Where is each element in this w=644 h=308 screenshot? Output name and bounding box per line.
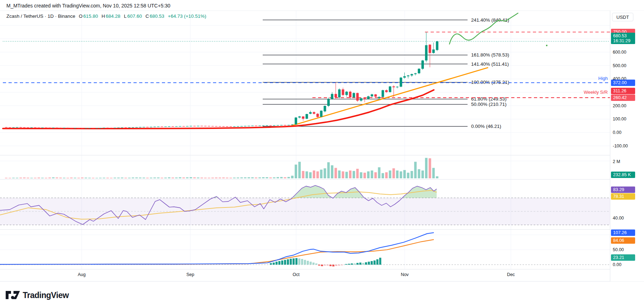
candle-body — [229, 126, 232, 127]
candle-body — [219, 126, 221, 126]
volume-bar — [269, 178, 272, 178]
candle-body — [258, 126, 261, 126]
symbol-legend[interactable]: Zcash / TetherUS · 1D · BinanceO615.80H6… — [6, 13, 207, 19]
volume-bar — [327, 162, 330, 178]
volume-bar — [425, 158, 427, 178]
oscillator-histogram-bar — [354, 264, 356, 265]
oscillator-histogram-bar — [290, 259, 292, 265]
price-axis-label: 23.21 — [611, 254, 635, 261]
volume-bar — [84, 178, 87, 178]
candle-body — [164, 126, 167, 127]
candle-body — [342, 90, 344, 95]
oscillator-histogram-bar — [270, 263, 272, 265]
candle-body — [103, 128, 105, 128]
candle-body — [360, 98, 362, 101]
volume-bar — [432, 168, 435, 178]
price-tick: 2 M — [613, 159, 620, 164]
fib-level-label[interactable]: 50.00% (210.71) — [471, 102, 507, 107]
volume-bar — [95, 178, 98, 178]
ohlc-value: L607.60 — [124, 13, 143, 19]
candle-body — [107, 128, 109, 128]
volume-bar — [114, 178, 116, 178]
tradingview-logo-icon — [6, 291, 20, 300]
fib-level-label[interactable]: 241.40% (840.41) — [471, 17, 509, 23]
volume-bar — [255, 178, 257, 178]
fib-level-label[interactable]: 100.00% (375.21) — [471, 80, 509, 85]
volume-bar — [226, 178, 228, 178]
volume-bar — [20, 178, 22, 178]
oscillator-histogram-bar — [315, 264, 317, 265]
fib-level-label[interactable]: 61.80% (249.53) — [471, 96, 507, 102]
candle-body — [63, 128, 65, 128]
chart-canvas[interactable]: 241.40% (840.41)161.80% (578.53)141.40% … — [0, 0, 644, 308]
candle-body — [114, 128, 116, 128]
candle-body — [30, 128, 33, 128]
volume-bar — [153, 178, 156, 178]
oscillator-histogram-bar — [324, 265, 326, 266]
candle-body — [186, 126, 189, 126]
candle-body — [284, 125, 286, 125]
volume-bar — [125, 178, 127, 178]
volume-bar — [164, 178, 167, 178]
candle-body — [204, 126, 207, 126]
candle-body — [353, 93, 355, 97]
oscillator-histogram-bar — [345, 264, 347, 265]
oscillator-histogram-bar — [356, 263, 359, 265]
fib-level-label[interactable]: 161.80% (578.53) — [471, 52, 509, 58]
candle-body — [313, 112, 315, 114]
candle-body — [237, 126, 239, 126]
oscillator-histogram-bar — [275, 262, 278, 265]
price-axis-label: 232.85 K — [611, 172, 635, 178]
price-tick: 500.00 — [613, 63, 626, 68]
tradingview-logo[interactable]: TradingView — [6, 291, 69, 300]
volume-bar — [59, 178, 62, 178]
volume-bar — [211, 178, 214, 178]
volume-bar — [38, 178, 40, 178]
volume-bar — [77, 178, 80, 178]
candle-body — [132, 127, 134, 128]
candle-body — [306, 114, 308, 119]
candle-body — [222, 126, 225, 127]
candle-body — [269, 125, 272, 126]
oscillator-histogram-bar — [298, 258, 300, 265]
volume-bar — [240, 177, 243, 178]
volume-bar — [132, 178, 134, 178]
candle-body — [349, 92, 351, 97]
volume-bar — [92, 178, 94, 179]
volume-bar — [48, 178, 51, 178]
candle-body — [139, 127, 141, 128]
volume-bar — [436, 176, 438, 178]
background — [0, 0, 644, 308]
volume-bar — [179, 177, 181, 178]
volume-bar — [334, 168, 337, 178]
volume-bar — [201, 178, 203, 178]
volume-bar — [378, 167, 381, 178]
currency-button[interactable]: USDT — [612, 13, 633, 21]
oscillator-histogram-bar — [301, 259, 303, 265]
oscillator-histogram-bar — [373, 260, 376, 265]
candle-body — [208, 126, 210, 126]
candle-body — [288, 125, 290, 125]
candle-body — [81, 128, 83, 129]
candle-body — [110, 128, 113, 128]
candle-body — [190, 126, 192, 126]
oscillator-histogram-bar — [335, 265, 337, 266]
candle-body — [378, 97, 381, 98]
candle-body — [175, 126, 178, 127]
ohlc-value: O615.80 — [79, 13, 99, 19]
volume-bar — [400, 171, 402, 178]
candle-body — [382, 90, 384, 97]
volume-bar — [23, 178, 26, 178]
candle-body — [12, 127, 15, 128]
candle-body — [128, 128, 131, 128]
oscillator-histogram-bar — [341, 265, 343, 265]
fib-level-label[interactable]: 141.40% (511.41) — [471, 61, 509, 67]
price-tick: 50.00 — [613, 247, 624, 252]
fib-level-label[interactable]: 0.00% (46.21) — [471, 124, 501, 129]
volume-bar — [374, 172, 377, 178]
price-axis-label: 78.31 — [611, 193, 635, 200]
symbol-title[interactable]: Zcash / TetherUS · 1D · Binance — [6, 13, 75, 19]
candle-body — [45, 128, 47, 128]
volume-bar — [81, 178, 83, 178]
candle-body — [432, 49, 435, 53]
